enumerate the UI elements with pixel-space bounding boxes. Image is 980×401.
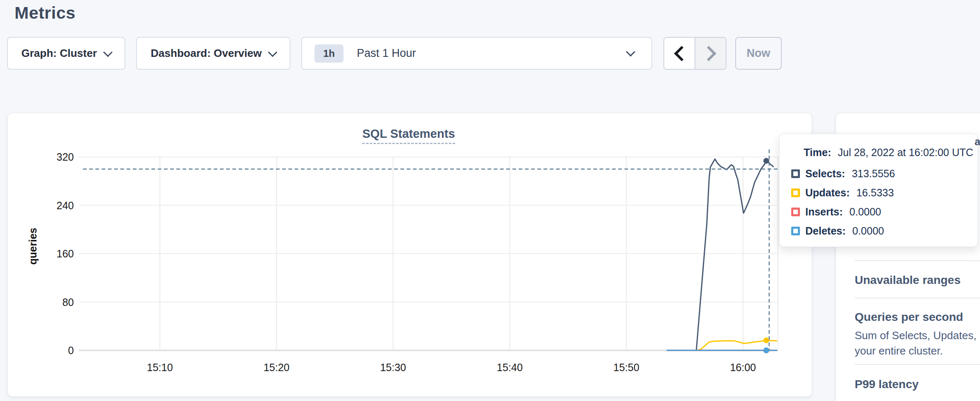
series-swatch-icon (791, 169, 800, 178)
sidebar-divider (855, 260, 980, 261)
sidebar-clipped-text: a (975, 136, 980, 148)
series-swatch-icon (791, 208, 800, 216)
tooltip-row-deletes: Deletes:0.0000 (791, 224, 884, 237)
tooltip-series-value: 313.5556 (852, 168, 895, 180)
tooltip-series-label: Selects: (805, 168, 845, 180)
time-range-label: Past 1 Hour (357, 47, 416, 60)
tooltip-series-label: Updates: (805, 187, 850, 199)
tooltip-series-value: 0.0000 (849, 206, 881, 218)
tooltip-time-row: Time:Jul 28, 2022 at 16:02:00 UTC (804, 147, 973, 159)
time-nav-group (663, 37, 726, 70)
chart-title[interactable]: SQL Statements (362, 127, 455, 144)
tooltip-row-selects: Selects:313.5556 (791, 167, 895, 180)
graph-dropdown-label: Graph: Cluster (21, 47, 97, 60)
tooltip-row-inserts: Inserts:0.0000 (791, 205, 881, 218)
tooltip-series-value: 16.5333 (856, 187, 894, 199)
time-forward-button[interactable] (695, 38, 726, 69)
sql-statements-card (8, 113, 812, 396)
chart-title-wrap: SQL Statements (298, 127, 519, 144)
time-back-button[interactable] (664, 38, 695, 69)
sidebar-heading[interactable]: Queries per second (855, 311, 963, 324)
sidebar-description: Sum of Selects, Updates, Inseryour entir… (855, 328, 980, 359)
sidebar-heading[interactable]: P99 latency (855, 378, 919, 391)
chevron-down-icon (626, 47, 636, 57)
chevron-down-icon (103, 47, 112, 57)
chevron-right-icon (701, 46, 716, 61)
series-swatch-icon (791, 188, 800, 197)
page-title: Metrics (15, 3, 76, 23)
dashboard-dropdown[interactable]: Dashboard: Overview (136, 37, 290, 70)
series-swatch-icon (791, 227, 800, 235)
sidebar-divider (855, 298, 980, 298)
tooltip-row-updates: Updates:16.5333 (791, 186, 894, 199)
time-range-selector[interactable]: 1h Past 1 Hour (301, 37, 652, 70)
chevron-left-icon (674, 46, 689, 61)
metrics-page: { "page": { "title": "Metrics", "backgro… (0, 0, 980, 401)
graph-dropdown[interactable]: Graph: Cluster (7, 37, 125, 70)
now-button[interactable]: Now (735, 37, 782, 70)
tooltip-series-label: Deletes: (805, 225, 846, 237)
sidebar-heading[interactable]: Unavailable ranges (855, 274, 960, 287)
tooltip-time-value: Jul 28, 2022 at 16:02:00 UTC (838, 147, 973, 158)
time-range-badge: 1h (314, 44, 344, 63)
tooltip-time-label: Time: (804, 147, 831, 158)
chevron-down-icon (268, 47, 277, 57)
sidebar-divider (855, 364, 980, 365)
chart-hover-tooltip: Time:Jul 28, 2022 at 16:02:00 UTC Select… (779, 134, 978, 247)
tooltip-series-label: Inserts: (805, 206, 843, 218)
dashboard-dropdown-label: Dashboard: Overview (151, 47, 261, 60)
tooltip-series-value: 0.0000 (852, 225, 884, 237)
